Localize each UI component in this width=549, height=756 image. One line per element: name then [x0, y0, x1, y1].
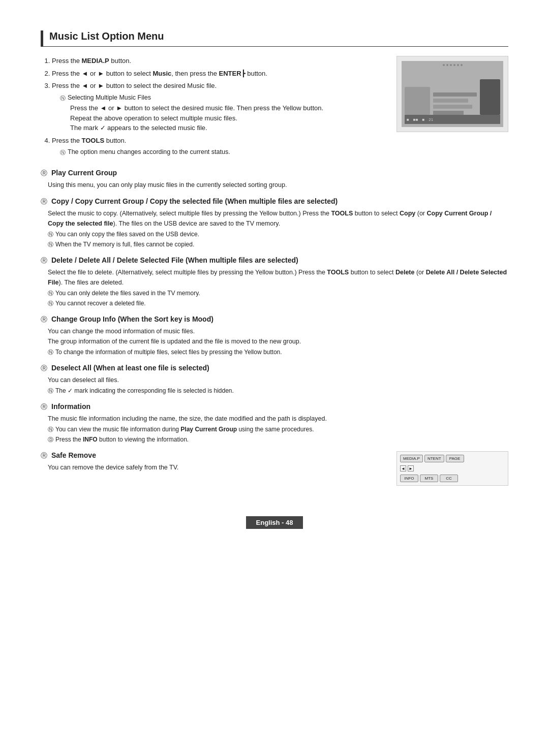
section-play-current-group: Ⓡ Play Current Group Using this menu, yo… [41, 169, 508, 190]
section-heading-changegroup: Ⓡ Change Group Info (When the Sort key i… [41, 315, 508, 324]
tv-bar-text3: ■ [422, 117, 425, 122]
section-body-deselect: You can deselect all files. Ⓝ The ✓ mark… [48, 375, 508, 395]
tv-side-panel [480, 79, 500, 115]
tv-list-item4 [433, 111, 464, 115]
page-title: Music List Option Menu [41, 30, 508, 47]
note-copy-1: Ⓝ You can only copy the files saved on t… [48, 230, 508, 239]
circle-icon-deselect1: Ⓝ [48, 387, 53, 395]
note-selecting: Ⓝ Selecting Multiple Music Files [60, 93, 384, 103]
note-copy-1-text: You can only copy the files saved on the… [55, 230, 199, 239]
section-change-group: Ⓡ Change Group Info (When the Sort key i… [41, 315, 508, 357]
section-copy: Ⓡ Copy / Copy Current Group / Copy the s… [41, 197, 508, 249]
section-heading-safe: Ⓡ Safe Remove [41, 451, 384, 460]
tv-bar-text2: ■■ [413, 117, 418, 122]
r-marker-copy: Ⓡ [41, 197, 47, 206]
r-marker: Ⓡ [41, 169, 47, 178]
circle-icon-copy1: Ⓝ [48, 230, 53, 239]
section-deselect: Ⓡ Deselect All (When at least one file i… [41, 364, 508, 395]
tv-screen: ■ ■■ ■ 21 [402, 61, 503, 127]
note-select-music: Press the ◄ or ► button to select the de… [70, 103, 384, 113]
tv-list-item2 [433, 99, 468, 103]
heading-text-copy: Copy / Copy Current Group / Copy the sel… [51, 197, 338, 205]
remote-spacer2 [460, 475, 475, 482]
remote-btn-cc: CC [440, 475, 458, 482]
note-delete-1-text: You can only delete the files saved in t… [55, 289, 200, 298]
r-marker-deselect: Ⓡ [41, 364, 47, 373]
section-heading-play: Ⓡ Play Current Group [41, 169, 508, 178]
note-block-selecting: Ⓝ Selecting Multiple Music Files Press t… [60, 93, 384, 133]
remote-row-1: MEDIA.P NTENT PAGE [400, 455, 505, 462]
note-selecting-text: Selecting Multiple Music Files [68, 93, 151, 103]
tv-bottom-bar: ■ ■■ ■ 21 [405, 115, 500, 124]
circle-icon-delete2: Ⓝ [48, 299, 53, 308]
instructions-list: Press the MEDIA.P button. Press the ◄ or… [41, 56, 384, 160]
remote-row-2: INFO MTS CC [400, 475, 505, 482]
remote-arrow-row: ◄ ► [400, 464, 505, 472]
section-body-delete: Select the file to delete. (Alternativel… [48, 267, 508, 308]
tv-list-item1 [433, 92, 477, 97]
note-changegroup-1: Ⓝ To change the information of multiple … [48, 348, 508, 357]
note-delete-2: Ⓝ You cannot recover a deleted file. [48, 299, 508, 308]
heading-text-play: Play Current Group [51, 169, 117, 177]
note-tools-text: The option menu changes according to the… [68, 147, 230, 157]
remote-btn-mediap: MEDIA.P [400, 455, 423, 462]
remote-arrow-left: ◄ [400, 465, 406, 471]
heading-text-delete: Delete / Delete All / Delete Selected Fi… [51, 256, 298, 264]
tv-bar-text1: ■ [407, 117, 409, 122]
note-delete-1: Ⓝ You can only delete the files saved in… [48, 289, 508, 298]
note-changegroup-1-text: To change the information of multiple fi… [55, 348, 282, 357]
section-body-safe: You can remove the device safely from th… [48, 462, 384, 472]
section-heading-deselect: Ⓡ Deselect All (When at least one file i… [41, 364, 508, 373]
section-body-play: Using this menu, you can only play music… [48, 180, 508, 190]
note-deselect-1-text: The ✓ mark indicating the corresponding … [55, 386, 234, 395]
section-heading-info: Ⓡ Information [41, 402, 508, 412]
note-icon-1: Ⓝ [60, 94, 66, 103]
tv-list [433, 92, 477, 115]
note-mark: The mark ✓ appears to the selected music… [70, 123, 384, 133]
tv-list-item3 [433, 105, 472, 109]
section-heading-delete: Ⓡ Delete / Delete All / Delete Selected … [41, 256, 508, 265]
heading-text-changegroup: Change Group Info (When the Sort key is … [51, 315, 214, 323]
section-safe-remove: Ⓡ Safe Remove You can remove the device … [41, 451, 384, 472]
remote-spacer [466, 455, 481, 462]
heading-text-info: Information [51, 402, 90, 411]
circle-icon-info1: Ⓝ [48, 425, 53, 434]
note-icon-2: Ⓝ [60, 148, 66, 157]
heading-text-safe: Safe Remove [51, 451, 96, 459]
step-1: Press the MEDIA.P button. [52, 56, 384, 66]
note-copy-2: Ⓝ When the TV memory is full, files cann… [48, 240, 508, 249]
note-tools: Ⓝ The option menu changes according to t… [60, 147, 384, 157]
circle-icon-delete1: Ⓝ [48, 289, 53, 298]
note-info-1-text: You can view the music file information … [55, 425, 314, 434]
section-heading-copy: Ⓡ Copy / Copy Current Group / Copy the s… [41, 197, 508, 206]
page-content: Music List Option Menu Press the MEDIA.P… [41, 30, 508, 486]
note-info-1: Ⓝ You can view the music file informatio… [48, 425, 508, 434]
r-marker-info: Ⓡ [41, 402, 47, 412]
tv-thumb1 [405, 87, 430, 115]
remote-btn-ntent: NTENT [424, 455, 444, 462]
note-repeat: Repeat the above operation to select mul… [70, 113, 384, 123]
note-copy-2-text: When the TV memory is full, files cannot… [55, 240, 194, 249]
tv-image: ■ ■■ ■ 21 [396, 56, 508, 132]
remote-btn-mts: MTS [420, 475, 438, 482]
section-body-changegroup: You can change the mood information of m… [48, 326, 508, 357]
remote-btn-page: PAGE [446, 455, 464, 462]
remote-image: MEDIA.P NTENT PAGE ◄ ► INFO MTS CC [396, 451, 508, 486]
step-3: Press the ◄ or ► button to select the de… [52, 81, 384, 133]
bottom-section: Ⓡ Safe Remove You can remove the device … [41, 451, 508, 486]
tv-content [405, 66, 500, 115]
step-4: Press the TOOLS button. Ⓝ The option men… [52, 136, 384, 157]
step-2: Press the ◄ or ► button to select Music,… [52, 69, 384, 79]
r-marker-safe: Ⓡ [41, 451, 47, 460]
note-info-2-text: Press the INFO button to viewing the inf… [55, 435, 189, 444]
footer-badge: English - 48 [246, 516, 303, 529]
top-section: Press the MEDIA.P button. Press the ◄ or… [41, 56, 508, 160]
r-marker-delete: Ⓡ [41, 256, 47, 265]
tv-bar-text4: 21 [429, 117, 433, 122]
circle-icon-info2: Ⓓ [48, 435, 53, 444]
footer: English - 48 [41, 516, 508, 529]
note-info-2: Ⓓ Press the INFO button to viewing the i… [48, 435, 508, 444]
note-delete-2-text: You cannot recover a deleted file. [55, 299, 146, 308]
section-information: Ⓡ Information The music file information… [41, 402, 508, 444]
remote-btn-info: INFO [400, 475, 418, 482]
